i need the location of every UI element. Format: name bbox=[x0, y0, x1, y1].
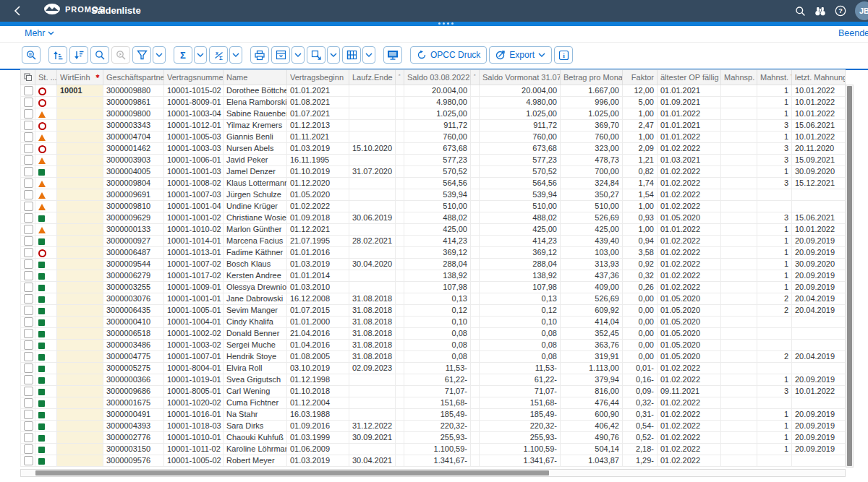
column-header-letzt_mahnung[interactable]: letzt. Mahnung bbox=[792, 70, 846, 85]
sum-menu-button[interactable] bbox=[194, 46, 207, 64]
row-checkbox[interactable] bbox=[24, 444, 33, 454]
table-row[interactable]: 300000146210001-1003-03Nursen Abels01.03… bbox=[21, 143, 846, 155]
table-row[interactable]: 300000980010001-1003-04Sabine Rauenberg0… bbox=[21, 108, 846, 120]
column-header-mahnst_vt[interactable]: Mahnst. Vt bbox=[757, 70, 792, 85]
row-checkbox[interactable] bbox=[24, 98, 33, 107]
table-row[interactable]: 300000439310001-1018-03Sara Dirks01.09.2… bbox=[21, 421, 846, 432]
row-checkbox[interactable] bbox=[24, 121, 33, 130]
binoculars-button[interactable] bbox=[810, 1, 830, 21]
print-button[interactable] bbox=[250, 46, 269, 64]
table-row[interactable]: 300000627910001-1017-02Kersten Andree01.… bbox=[21, 270, 846, 282]
help-button[interactable]: ? bbox=[830, 1, 851, 21]
column-header-wirteinh[interactable]: WirtEinh✱ bbox=[57, 70, 103, 85]
filter-button[interactable] bbox=[132, 46, 151, 64]
row-checkbox[interactable] bbox=[24, 283, 33, 292]
row-checkbox[interactable] bbox=[24, 225, 33, 234]
table-row[interactable]: 300000390310001-1006-01Javid Peker16.11.… bbox=[21, 155, 846, 166]
row-checkbox[interactable] bbox=[24, 202, 33, 211]
table-row[interactable]: 300000651810001-1002-02Donald Benner21.0… bbox=[21, 328, 846, 340]
header-grip-handle[interactable] bbox=[438, 22, 454, 25]
layout-button[interactable] bbox=[342, 46, 361, 64]
row-checkbox[interactable] bbox=[24, 190, 33, 199]
filter-menu-button[interactable] bbox=[153, 46, 166, 64]
table-row[interactable]: 300000348610001-1003-02Sergei Muche01.04… bbox=[21, 340, 846, 351]
row-checkbox[interactable] bbox=[24, 155, 33, 165]
table-row[interactable]: 300000041010001-1004-01Cindy Khalifa01.0… bbox=[21, 317, 846, 328]
column-header-m2[interactable]: ᵉ bbox=[471, 70, 480, 85]
back-button[interactable] bbox=[10, 4, 25, 18]
table-row[interactable]: 300000334310001-1012-01Yilmaz Kremers01.… bbox=[21, 120, 846, 132]
details-button[interactable] bbox=[22, 46, 41, 64]
export-button[interactable]: Export bbox=[489, 46, 552, 64]
sort-descending-button[interactable] bbox=[69, 46, 88, 64]
column-header-m1[interactable]: ᵉ bbox=[396, 70, 404, 85]
table-row[interactable]: 300000981010001-1001-04Undine Krüger01.0… bbox=[21, 201, 846, 212]
row-checkbox[interactable] bbox=[24, 178, 33, 188]
table-row[interactable]: 300000277610001-1010-01Chaouki Kuhfuß01.… bbox=[21, 432, 846, 444]
table-row[interactable]: 300000648710001-1013-01Fadime Käthner01.… bbox=[21, 247, 846, 259]
column-header-mahnsp_vt[interactable]: Mahnsp. Vt bbox=[721, 70, 757, 85]
row-checkbox[interactable] bbox=[24, 317, 33, 327]
row-checkbox[interactable] bbox=[24, 306, 33, 315]
row-checkbox[interactable] bbox=[24, 410, 33, 419]
table-row[interactable]: 300000980410001-1008-02Klaus Lottermann0… bbox=[21, 178, 846, 189]
table-row[interactable]: 300000954410001-1007-02Bosch Klaus01.03.… bbox=[21, 259, 846, 270]
horizontal-scrollbar-thumb[interactable] bbox=[35, 470, 549, 475]
row-checkbox[interactable] bbox=[24, 213, 33, 223]
row-checkbox[interactable] bbox=[24, 363, 33, 373]
column-header-vertragsbeginn[interactable]: Vertragsbeginn bbox=[287, 70, 349, 85]
column-header-betrag_pro_monat[interactable]: Betrag pro Monat bbox=[561, 70, 623, 85]
table-row[interactable]: 300000957610001-1005-02Robert Meyer01.03… bbox=[21, 455, 846, 467]
table-row[interactable]: 300000325510001-1009-01Olessya Drewniok0… bbox=[21, 282, 846, 293]
subtotals-button[interactable]: x Σ bbox=[209, 46, 228, 64]
column-header-laufz_ende[interactable]: Laufz.Ende bbox=[349, 70, 396, 85]
table-row[interactable]: 300000968610001-8005-01Carl Wening01.10.… bbox=[21, 386, 846, 397]
more-menu[interactable]: Mehr bbox=[25, 28, 54, 38]
row-checkbox[interactable] bbox=[24, 352, 33, 361]
row-checkbox[interactable] bbox=[24, 294, 33, 304]
table-row[interactable]: 300000527510001-8004-01Elvira Roll03.10.… bbox=[21, 363, 846, 374]
row-checkbox[interactable] bbox=[24, 421, 33, 431]
table-row[interactable]: 300000400510001-1001-03Jamel Denzer01.10… bbox=[21, 166, 846, 178]
table-row[interactable]: 300000962910001-1001-02Christiane Wosiek… bbox=[21, 212, 846, 224]
row-checkbox[interactable] bbox=[24, 86, 33, 95]
table-row[interactable]: 300000049110001-1016-01Na Stahr16.03.198… bbox=[21, 409, 846, 421]
row-checkbox[interactable] bbox=[24, 456, 33, 465]
copy-view-button[interactable] bbox=[307, 46, 326, 64]
column-header-geschaeftspartner[interactable]: Geschäftspartner bbox=[103, 70, 164, 85]
table-row[interactable]: 300000969110001-1007-03Jürgen Schulze01.… bbox=[21, 189, 846, 201]
avatar[interactable]: JB bbox=[855, 1, 868, 20]
sort-ascending-button[interactable] bbox=[48, 46, 67, 64]
row-checkbox[interactable] bbox=[24, 236, 33, 246]
column-header-sel[interactable] bbox=[21, 70, 35, 85]
views-menu-button[interactable] bbox=[292, 46, 305, 64]
views-button[interactable] bbox=[271, 46, 290, 64]
row-checkbox[interactable] bbox=[24, 132, 33, 142]
row-checkbox[interactable] bbox=[24, 398, 33, 408]
column-header-aeltester_op_faellig[interactable]: ältester OP fällig bbox=[658, 70, 721, 85]
layout-menu-button[interactable] bbox=[362, 46, 375, 64]
column-header-faktor[interactable]: Faktor bbox=[623, 70, 658, 85]
find-next-button[interactable] bbox=[111, 46, 130, 64]
row-checkbox[interactable] bbox=[24, 329, 33, 338]
column-header-name[interactable]: Name bbox=[224, 70, 287, 85]
search-button[interactable] bbox=[790, 1, 810, 21]
find-button[interactable] bbox=[90, 46, 109, 64]
vertical-scrollbar-thumb[interactable] bbox=[847, 86, 852, 466]
table-row[interactable]: 10001300000988010001-1015-02Dorothee Böt… bbox=[21, 85, 846, 97]
table-row[interactable]: 300000470410001-1005-03Giannis Benli01.1… bbox=[21, 132, 846, 143]
row-checkbox[interactable] bbox=[24, 271, 33, 280]
info-button[interactable]: i bbox=[554, 46, 573, 64]
vertical-scrollbar[interactable] bbox=[846, 85, 854, 468]
graphics-button[interactable] bbox=[383, 46, 402, 64]
subtotals-menu-button[interactable] bbox=[229, 46, 242, 64]
table-row[interactable]: 300000477510001-1007-01Hendrik Stoye01.0… bbox=[21, 351, 846, 363]
copy-view-menu-button[interactable] bbox=[327, 46, 340, 64]
row-checkbox[interactable] bbox=[24, 340, 33, 350]
column-header-vertragsnummer[interactable]: Vertragsnummer bbox=[164, 70, 224, 85]
sum-button[interactable]: Σ bbox=[174, 46, 192, 64]
table-row[interactable]: 300000036610001-1019-01Svea Grigutsch01.… bbox=[21, 374, 846, 386]
table-row[interactable]: 300000315010001-1011-02Karoline Löhrmann… bbox=[21, 444, 846, 455]
table-row[interactable]: 300000986110001-8009-01Elena Ramborski01… bbox=[21, 97, 846, 108]
table-row[interactable]: 300000092710001-1014-01Marcena Facius21.… bbox=[21, 236, 846, 247]
